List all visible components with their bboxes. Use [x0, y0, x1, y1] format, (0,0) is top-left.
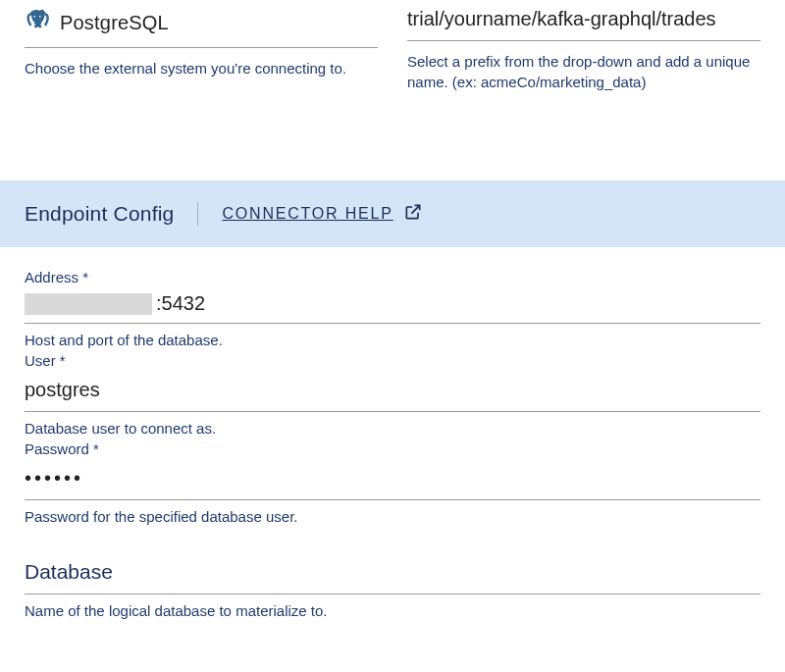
address-help: Host and port of the database. — [25, 332, 760, 348]
connector-helper: Choose the external system you're connec… — [25, 58, 378, 78]
user-input[interactable] — [25, 369, 760, 412]
address-input[interactable]: :5432 — [25, 285, 760, 324]
name-helper: Select a prefix from the drop-down and a… — [407, 51, 760, 92]
user-label: User * — [25, 352, 760, 369]
connector-help-label: CONNECTOR HELP — [222, 205, 392, 223]
password-help: Password for the specified database user… — [25, 508, 760, 525]
password-input[interactable]: •••••• — [25, 457, 760, 500]
endpoint-config-title: Endpoint Config — [25, 202, 198, 226]
address-port: :5432 — [156, 292, 205, 315]
connector-selected-label: PostgreSQL — [60, 12, 169, 34]
endpoint-config-header: Endpoint Config CONNECTOR HELP — [0, 181, 785, 247]
name-input[interactable] — [407, 2, 760, 41]
user-help: Database user to connect as. — [25, 420, 760, 437]
address-host-redacted — [25, 293, 152, 315]
connector-help-link[interactable]: CONNECTOR HELP — [222, 202, 422, 226]
connector-select[interactable]: PostgreSQL — [25, 2, 378, 48]
postgresql-icon — [25, 8, 50, 37]
open-external-icon — [403, 202, 423, 226]
address-label: Address * — [25, 269, 760, 285]
database-heading: Database — [25, 531, 760, 594]
password-label: Password * — [25, 440, 760, 457]
database-help: Name of the logical database to material… — [25, 602, 760, 619]
